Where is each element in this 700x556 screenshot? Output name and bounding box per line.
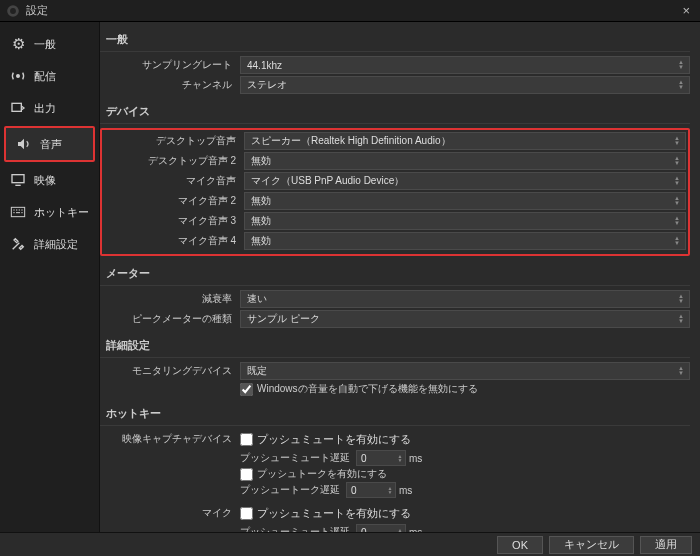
label-capture-device: 映像キャプチャデバイス (100, 432, 240, 446)
label-mic-audio-2: マイク音声 2 (104, 194, 244, 208)
dropdown-channel[interactable]: ステレオ▲▼ (240, 76, 690, 94)
label-decay-rate: 減衰率 (100, 292, 240, 306)
chevron-up-down-icon: ▲▼ (385, 483, 395, 497)
sidebar-item-video[interactable]: 映像 (0, 164, 99, 196)
sidebar-item-audio[interactable]: 音声 (6, 128, 93, 160)
chevron-up-down-icon: ▲▼ (671, 193, 683, 209)
dropdown-mic-audio[interactable]: マイク（USB PnP Audio Device）▲▼ (244, 172, 686, 190)
chevron-up-down-icon: ▲▼ (675, 363, 687, 379)
sidebar: ⚙一般 配信 出力 音声 映像 ホットキー 詳細設定 (0, 22, 100, 532)
section-devices: デバイス デスクトップ音声スピーカー（Realtek High Definiti… (100, 100, 690, 256)
footer: OK キャンセル 適用 (0, 532, 700, 556)
svg-rect-5 (11, 207, 24, 216)
dropdown-decay-rate[interactable]: 速い▲▼ (240, 290, 690, 308)
devices-highlight-box: デスクトップ音声スピーカー（Realtek High Definition Au… (100, 128, 690, 256)
dropdown-sample-rate[interactable]: 44.1khz▲▼ (240, 56, 690, 74)
title-bar: 設定 × (0, 0, 700, 22)
chevron-up-down-icon: ▲▼ (671, 233, 683, 249)
chevron-up-down-icon: ▲▼ (675, 77, 687, 93)
dropdown-mic-audio-3[interactable]: 無効▲▼ (244, 212, 686, 230)
label-monitoring-device: モニタリングデバイス (100, 364, 240, 378)
label-disable-ducking: Windowsの音量を自動で下げる機能を無効にする (257, 382, 478, 396)
label-hotkey-mic: マイク (100, 506, 240, 520)
sidebar-item-hotkeys[interactable]: ホットキー (0, 196, 99, 228)
dropdown-mic-audio-4[interactable]: 無効▲▼ (244, 232, 686, 250)
section-hotkeys: ホットキー 映像キャプチャデバイス プッシュミュートを有効にする プッシューミュ… (100, 402, 690, 532)
tools-icon (8, 234, 28, 254)
chevron-up-down-icon: ▲▼ (675, 311, 687, 327)
chevron-up-down-icon: ▲▼ (671, 153, 683, 169)
dropdown-mic-audio-2[interactable]: 無効▲▼ (244, 192, 686, 210)
speaker-icon (14, 134, 34, 154)
label-mic-audio-3: マイク音声 3 (104, 214, 244, 228)
label-desktop-audio-2: デスクトップ音声 2 (104, 154, 244, 168)
label-mic-ptm-enable: プッシュミュートを有効にする (257, 506, 411, 521)
checkbox-mic-ptm-enable[interactable] (240, 507, 253, 520)
label-mic-ptm-delay: プッシューミュート遅延 (240, 525, 350, 532)
app-logo-icon (6, 4, 20, 18)
label-mic-audio-4: マイク音声 4 (104, 234, 244, 248)
antenna-icon (8, 66, 28, 86)
section-advanced: 詳細設定 モニタリングデバイス既定▲▼ Windowsの音量を自動で下げる機能を… (100, 334, 690, 396)
label-cap-ptm-enable: プッシュミュートを有効にする (257, 432, 411, 447)
section-meter: メーター 減衰率速い▲▼ ピークメーターの種類サンプル ピーク▲▼ (100, 262, 690, 328)
label-peak-meter-type: ピークメーターの種類 (100, 312, 240, 326)
chevron-up-down-icon: ▲▼ (395, 451, 405, 465)
label-desktop-audio: デスクトップ音声 (104, 134, 244, 148)
output-icon (8, 98, 28, 118)
chevron-up-down-icon: ▲▼ (671, 173, 683, 189)
label-channel: チャンネル (100, 78, 240, 92)
ok-button[interactable]: OK (497, 536, 543, 554)
svg-point-1 (10, 8, 16, 14)
content-pane[interactable]: 一般 サンプリングレート44.1khz▲▼ チャンネルステレオ▲▼ デバイス デ… (100, 22, 700, 532)
section-title-general: 一般 (100, 28, 690, 52)
keyboard-icon (8, 202, 28, 222)
section-title-advanced: 詳細設定 (100, 334, 690, 358)
spin-cap-ptm-delay[interactable]: 0▲▼ (356, 450, 406, 466)
chevron-up-down-icon: ▲▼ (675, 291, 687, 307)
section-title-meter: メーター (100, 262, 690, 286)
section-title-devices: デバイス (100, 100, 690, 124)
dropdown-monitoring-device[interactable]: 既定▲▼ (240, 362, 690, 380)
svg-rect-4 (12, 175, 24, 183)
svg-point-2 (17, 75, 20, 78)
gear-icon: ⚙ (8, 34, 28, 54)
label-cap-ptt-delay: プッシュートーク遅延 (240, 483, 340, 497)
spin-cap-ptt-delay[interactable]: 0▲▼ (346, 482, 396, 498)
sidebar-item-advanced[interactable]: 詳細設定 (0, 228, 99, 260)
dropdown-desktop-audio-2[interactable]: 無効▲▼ (244, 152, 686, 170)
label-sample-rate: サンプリングレート (100, 58, 240, 72)
chevron-up-down-icon: ▲▼ (671, 133, 683, 149)
checkbox-cap-ptt-enable[interactable] (240, 468, 253, 481)
section-general: 一般 サンプリングレート44.1khz▲▼ チャンネルステレオ▲▼ (100, 28, 690, 94)
chevron-up-down-icon: ▲▼ (671, 213, 683, 229)
label-cap-ptm-delay: プッシューミュート遅延 (240, 451, 350, 465)
chevron-up-down-icon: ▲▼ (395, 525, 405, 532)
checkbox-cap-ptm-enable[interactable] (240, 433, 253, 446)
sidebar-item-stream[interactable]: 配信 (0, 60, 99, 92)
sidebar-item-output[interactable]: 出力 (0, 92, 99, 124)
sidebar-item-general[interactable]: ⚙一般 (0, 28, 99, 60)
section-title-hotkeys: ホットキー (100, 402, 690, 426)
label-cap-ptt-enable: プッシュトークを有効にする (257, 467, 387, 481)
checkbox-disable-ducking[interactable] (240, 383, 253, 396)
monitor-icon (8, 170, 28, 190)
chevron-up-down-icon: ▲▼ (675, 57, 687, 73)
dropdown-peak-meter-type[interactable]: サンプル ピーク▲▼ (240, 310, 690, 328)
spin-mic-ptm-delay[interactable]: 0▲▼ (356, 524, 406, 532)
label-mic-audio: マイク音声 (104, 174, 244, 188)
apply-button[interactable]: 適用 (640, 536, 692, 554)
close-icon[interactable]: × (678, 3, 694, 18)
svg-rect-3 (12, 103, 21, 111)
window-title: 設定 (26, 3, 678, 18)
cancel-button[interactable]: キャンセル (549, 536, 634, 554)
dropdown-desktop-audio[interactable]: スピーカー（Realtek High Definition Audio）▲▼ (244, 132, 686, 150)
